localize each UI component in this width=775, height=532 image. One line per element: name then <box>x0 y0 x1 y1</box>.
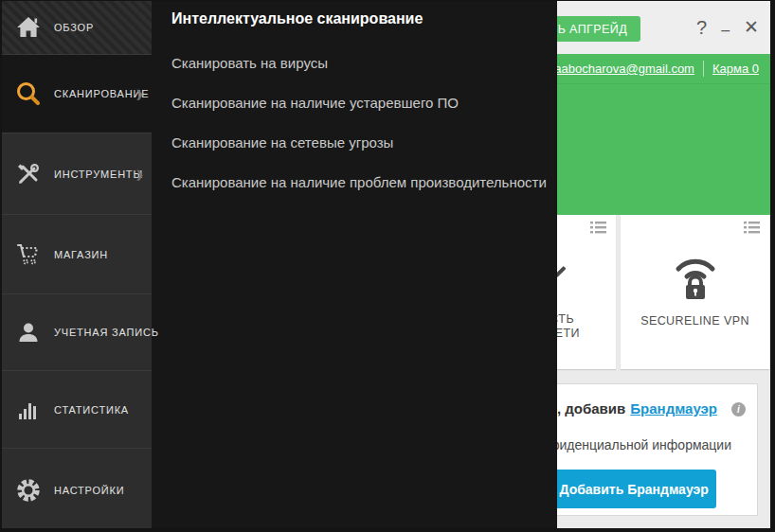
minimize-button[interactable]: – <box>721 23 730 38</box>
add-firewall-button-label: Добавить Брандмауэр <box>559 482 708 497</box>
add-firewall-button[interactable]: + Добавить Брандмауэр <box>531 470 716 508</box>
sidebar-item-label: УЧЕТНАЯ ЗАПИСЬ <box>54 327 159 338</box>
account-separator <box>703 61 704 77</box>
tools-icon <box>14 160 43 188</box>
window-border-left <box>0 0 2 532</box>
tile-secureline-vpn[interactable]: SECURELINE VPN <box>621 215 769 369</box>
magnifier-icon <box>14 80 43 108</box>
account-bar: yaabocharova@gmail.com Карма 0 <box>549 61 759 77</box>
bar-chart-icon <box>14 396 43 424</box>
flyout-item-outdated-software-scan[interactable]: Сканирование на наличие устаревшего ПО <box>171 95 459 111</box>
sidebar-item-label: ИНСТРУМЕНТЫ <box>54 168 143 180</box>
sidebar-item-statistics[interactable]: СТАТИСТИКА <box>0 371 152 449</box>
sidebar-item-overview[interactable]: ОБЗОР <box>0 0 152 55</box>
wifi-lock-icon <box>669 251 722 302</box>
close-button[interactable]: ✕ <box>744 18 759 36</box>
tile-secureline-label: SECURELINE VPN <box>621 314 769 328</box>
tile-menu-list-icon[interactable] <box>590 222 606 234</box>
account-email-link[interactable]: yaabocharova@gmail.com <box>549 62 694 76</box>
window-border-right <box>770 0 775 532</box>
flyout-item-smart-scan[interactable]: Интеллектуальное сканирование <box>171 10 423 27</box>
firewall-link[interactable]: Брандмауэр <box>630 400 717 417</box>
scan-flyout-menu: Интеллектуальное сканирование Сканироват… <box>152 0 557 532</box>
karma-link[interactable]: Карма 0 <box>712 62 759 76</box>
flyout-item-performance-scan[interactable]: Сканирование на наличие проблем производ… <box>171 174 547 190</box>
flyout-item-network-threats-scan[interactable]: Сканирование на сетевые угрозы <box>171 134 393 151</box>
sidebar-item-label: СТАТИСТИКА <box>54 404 129 416</box>
flyout-item-virus-scan[interactable]: Сканировать на вирусы <box>171 55 328 71</box>
home-icon <box>14 13 43 42</box>
tile-menu-list-icon[interactable] <box>744 222 760 234</box>
chevron-right-icon: ❯ <box>135 168 144 180</box>
sidebar-item-settings[interactable]: НАСТРОЙКИ <box>0 449 152 532</box>
sidebar-item-tools[interactable]: ИНСТРУМЕНТЫ ❯ <box>0 133 152 215</box>
promo-title-text: н, добавив <box>549 400 625 417</box>
sidebar-item-store[interactable]: МАГАЗИН <box>0 215 152 294</box>
sidebar: ОБЗОР СКАНИРОВАНИЕ ❯ <box>0 0 152 532</box>
window-border-bottom <box>0 528 775 532</box>
gear-icon <box>14 476 43 505</box>
sidebar-item-scan[interactable]: СКАНИРОВАНИЕ ❯ <box>0 55 152 133</box>
sidebar-item-label: МАГАЗИН <box>54 249 108 260</box>
user-icon <box>14 318 43 346</box>
promo-title: н, добавивБрандмауэр <box>549 400 717 417</box>
help-button[interactable]: ? <box>696 18 707 37</box>
promo-description: онфиденциальной информации <box>533 437 731 452</box>
chevron-right-icon: ❯ <box>135 88 144 100</box>
sidebar-item-label: ОБЗОР <box>54 22 94 33</box>
sidebar-item-account[interactable]: УЧЕТНАЯ ЗАПИСЬ <box>0 294 152 371</box>
info-icon[interactable]: i <box>731 402 746 417</box>
sidebar-item-label: НАСТРОЙКИ <box>54 485 124 496</box>
cart-icon <box>14 240 43 269</box>
window-border-top <box>0 0 775 1</box>
avast-window: ТЬ АПГРЕЙД ? – ✕ yaabocharova@gmail.com … <box>0 0 775 532</box>
window-controls: ? – ✕ <box>696 0 759 54</box>
